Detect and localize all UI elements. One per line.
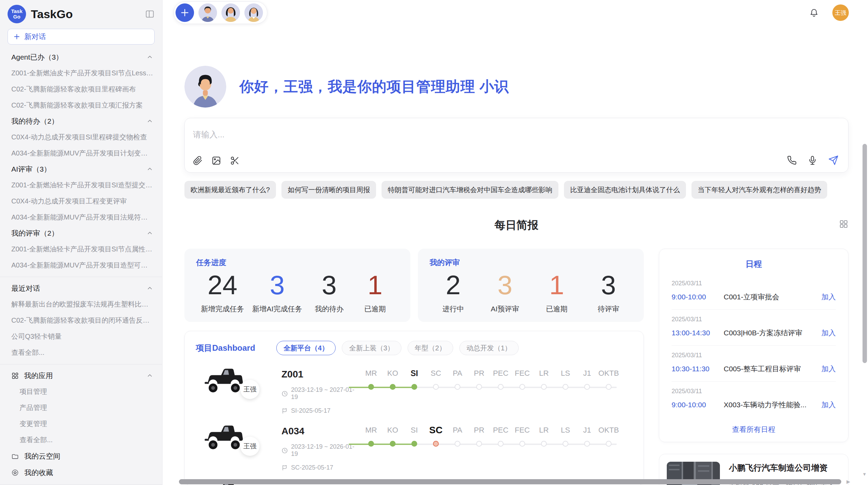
milestone-label: PEC: [490, 368, 511, 379]
sidebar-item[interactable]: C0X4-动力总成开发项目SI里程碑提交物检查: [0, 129, 162, 145]
plus-icon: [13, 33, 20, 40]
sidebar-item[interactable]: Z001-全新燃油轻卡产品开发项目SI造型提交物评审: [0, 177, 162, 193]
sidebar-header: Task Go TaskGo: [0, 0, 162, 26]
divider: [0, 364, 162, 364]
view-all-schedule-link[interactable]: 查看所有日程: [672, 420, 836, 442]
join-link[interactable]: 加入: [821, 292, 836, 302]
sidebar-item[interactable]: 查看全部...: [0, 345, 162, 361]
join-link[interactable]: 加入: [821, 364, 836, 374]
sidebar-section-header[interactable]: 我的待办（2）: [0, 113, 162, 129]
sidebar-item[interactable]: Z001-全新燃油轻卡产品开发项目SI节点属性5D文件评审: [0, 241, 162, 257]
chevron-up-icon: [146, 54, 153, 61]
user-avatar[interactable]: 王强: [832, 4, 849, 21]
sidebar-item[interactable]: A034-全新新能源MUV产品开发项目计划变更表编写: [0, 145, 162, 161]
sidebar-item[interactable]: A034-全新新能源MUV产品开发项目造型可行性评审: [0, 257, 162, 273]
sidebar-section-header[interactable]: 我的应用: [0, 368, 162, 384]
suggestion-chip[interactable]: 欧洲新规最近颁布了什么?: [184, 181, 276, 199]
scroll-down-arrow-icon[interactable]: ▼: [862, 472, 867, 477]
sidebar-item[interactable]: C02-飞腾新能源轻客改款项目里程碑画布: [0, 81, 162, 97]
briefing-header: 每日简报: [184, 218, 848, 233]
sidebar-item[interactable]: Z001-全新燃油皮卡产品开发项目SI节点Lesson Learn报告: [0, 65, 162, 81]
horizontal-scrollbar[interactable]: [179, 479, 841, 484]
phone-call-icon[interactable]: [787, 156, 797, 165]
schedule-card: 日程 2025/03/119:00-10:00C001-立项审批会加入2025/…: [659, 249, 848, 442]
sidebar: Task Go TaskGo 新对话 Agent已办（3）Z001-全新燃油皮卡…: [0, 0, 162, 485]
sidebar-item[interactable]: C02-飞腾新能源轻客改款项目立项汇报方案: [0, 97, 162, 113]
sidebar-item-favorites[interactable]: 我的收藏: [0, 464, 162, 481]
sidebar-item[interactable]: 项目管理: [0, 384, 162, 400]
suggestion-chip[interactable]: 如何写一份清晰的项目周报: [281, 181, 376, 199]
milestone: SC: [425, 424, 447, 447]
milestone-label: LR: [533, 424, 555, 436]
milestone-label: J1: [576, 424, 598, 436]
divider: [0, 277, 162, 277]
sidebar-section-header[interactable]: 最近对话: [0, 281, 162, 296]
notification-bell-icon[interactable]: [809, 8, 819, 17]
dashboard-tab[interactable]: 年型（2）: [408, 341, 453, 355]
dashboard-tab[interactable]: 全新平台（4）: [276, 341, 336, 355]
event-time: 9:00-10:00: [672, 401, 724, 409]
join-link[interactable]: 加入: [821, 400, 836, 410]
sidebar-item[interactable]: C02-飞腾新能源轻客改款项目的闭环通告反馈情况: [0, 312, 162, 328]
microphone-icon[interactable]: [808, 156, 817, 165]
sidebar-section-title: 最近对话: [11, 284, 40, 293]
chevron-up-icon[interactable]: [146, 166, 153, 173]
milestone-label: J1: [576, 368, 598, 379]
sidebar-collapse-icon[interactable]: [145, 9, 155, 19]
add-agent-button[interactable]: [176, 3, 194, 22]
sidebar-item[interactable]: 查看全部...: [0, 432, 162, 448]
scissors-icon[interactable]: [230, 156, 240, 165]
send-icon[interactable]: [828, 155, 839, 165]
event-row: 13:00-14:30C003|H0B-方案冻结评审加入: [672, 328, 836, 338]
suggestion-chip[interactable]: 比亚迪全固态电池计划具体说了什么: [564, 181, 686, 199]
suggestion-chip[interactable]: 当下年轻人对汽车外观有怎样的喜好趋势: [691, 181, 827, 199]
sidebar-item[interactable]: 公司Q3轻卡销量: [0, 328, 162, 345]
milestone-dot: [476, 384, 482, 390]
event-title: C003|H0B-方案冻结评审: [724, 328, 817, 338]
suggestion-chip[interactable]: 特朗普可能对进口汽车增税会对中国车企造成哪些影响: [382, 181, 558, 199]
sidebar-item[interactable]: 产品管理: [0, 400, 162, 416]
image-icon[interactable]: [212, 156, 221, 165]
vertical-scrollbar[interactable]: [863, 144, 867, 363]
dashboard-tab[interactable]: 全新上装（3）: [342, 341, 401, 355]
event-row: 9:00-10:00X003-车辆动力学性能验...加入: [672, 400, 836, 410]
scroll-right-arrow-icon[interactable]: ▶: [846, 479, 850, 484]
milestone-label: PA: [447, 368, 468, 379]
sidebar-item[interactable]: A034-全新新能源MUV产品开发项目法规符合性评审: [0, 209, 162, 225]
star-badge-icon: [11, 469, 19, 476]
sidebar-item[interactable]: 解释最新出台的欧盟报废车法规再生塑料比例被调至15%...: [0, 296, 162, 312]
chevron-up-icon[interactable]: [146, 230, 153, 237]
sidebar-section-header[interactable]: 我的评审（2）: [0, 225, 162, 241]
milestone: LS: [555, 424, 576, 447]
milestone-dot: [411, 441, 417, 447]
agent-avatar[interactable]: [244, 3, 263, 22]
project-flag-text: SI-2025-05-17: [291, 407, 330, 414]
stat-value: 1: [538, 271, 576, 299]
sidebar-item[interactable]: C0X4-动力总成开发项目工程变更评审: [0, 193, 162, 209]
join-link[interactable]: 加入: [821, 328, 836, 338]
project-flag: SC-2025-05-17: [281, 464, 360, 471]
layout-grid-icon[interactable]: [839, 219, 848, 230]
chevron-up-icon[interactable]: [146, 118, 153, 125]
sidebar-item-cloud-space[interactable]: 我的云空间: [0, 448, 162, 464]
milestone-label: SI: [403, 368, 425, 379]
dashboard-tab[interactable]: 动总开发（1）: [459, 341, 519, 355]
stat-label: 新增AI完成任务: [252, 304, 302, 314]
sidebar-section-header[interactable]: AI评审（3）: [0, 161, 162, 177]
agent-avatar[interactable]: [198, 3, 217, 22]
new-chat-button[interactable]: 新对话: [8, 29, 155, 45]
chat-input[interactable]: 请输入...: [184, 118, 848, 173]
project-name: A034: [281, 426, 360, 437]
chevron-up-icon[interactable]: [146, 372, 153, 379]
right-column: 日程 2025/03/119:00-10:00C001-立项审批会加入2025/…: [659, 249, 848, 485]
chevron-up-icon[interactable]: [146, 285, 153, 292]
chevron-up-icon[interactable]: [146, 54, 153, 61]
owner-avatar: 王强: [240, 437, 260, 456]
agent-avatar[interactable]: [221, 3, 240, 22]
milestone: PR: [468, 368, 490, 390]
sidebar-item[interactable]: 变更管理: [0, 416, 162, 432]
sidebar-section-header[interactable]: Agent已办（3）: [0, 49, 162, 65]
attachment-icon[interactable]: [193, 156, 203, 165]
dashboard-tabs: 全新平台（4）全新上装（3）年型（2）动总开发（1）: [276, 341, 519, 355]
milestone: PA: [447, 368, 468, 390]
